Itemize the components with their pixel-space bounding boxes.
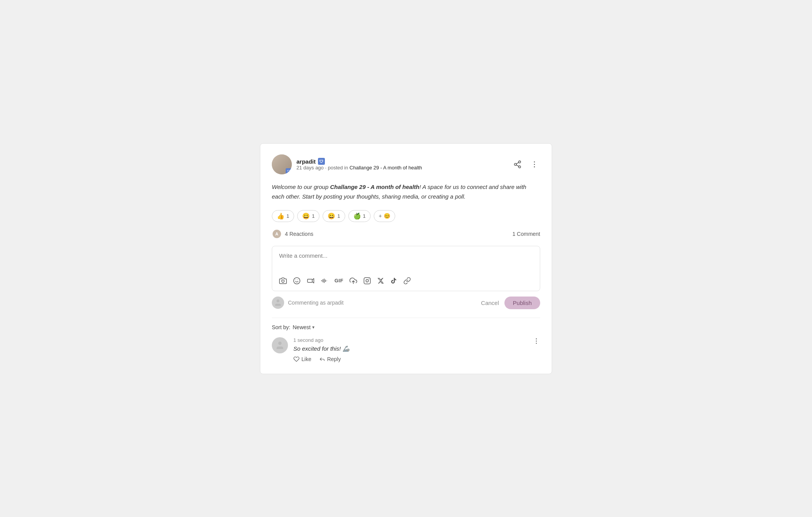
sort-value: Newest	[293, 324, 311, 330]
twitter-button[interactable]	[377, 277, 384, 284]
reactions-summary: A 4 Reactions 1 Comment	[272, 229, 540, 239]
reactions-count: 4 Reactions	[285, 231, 313, 237]
comment-item: 1 second ago So excited for this! 🦾 Like…	[272, 337, 540, 362]
more-vertical-icon	[532, 337, 540, 345]
svg-point-8	[282, 280, 285, 282]
reaction-thumbsup[interactable]: 👍 1	[272, 210, 294, 222]
svg-point-22	[276, 300, 279, 302]
commenting-as: Commenting as arpadit Cancel Publish	[272, 297, 540, 309]
svg-point-7	[534, 166, 535, 167]
svg-point-25	[536, 340, 537, 341]
publish-button[interactable]: Publish	[504, 297, 540, 309]
post-card: 🛡 arpadit 🛡 21 days ago · posted in Chal…	[260, 143, 552, 374]
emoji-button[interactable]	[293, 277, 301, 285]
shield-icon: 🛡	[318, 158, 325, 165]
svg-rect-13	[321, 280, 322, 281]
svg-point-6	[534, 164, 535, 165]
reactions-summary-left: A 4 Reactions	[272, 229, 313, 239]
camera-button[interactable]	[279, 277, 287, 285]
add-reaction-button[interactable]: + 😊	[374, 210, 395, 222]
svg-point-23	[278, 341, 282, 345]
svg-point-20	[366, 279, 369, 282]
commenting-as-label: Commenting as arpadit	[288, 300, 344, 306]
more-options-button[interactable]	[529, 159, 540, 170]
svg-rect-12	[308, 279, 313, 282]
svg-point-21	[369, 278, 369, 279]
commenting-as-actions: Cancel Publish	[481, 297, 540, 309]
post-header-actions	[512, 159, 540, 170]
comment-time: 1 second ago	[293, 337, 540, 343]
comment-more-button[interactable]	[532, 337, 540, 347]
comment-user-icon	[275, 340, 285, 350]
audio-button[interactable]	[321, 277, 328, 285]
comment-actions: Like Reply	[293, 356, 540, 362]
comments-count: 1 Comment	[512, 231, 540, 237]
group-link[interactable]: Challange 29 - A month of health	[349, 165, 422, 171]
like-button[interactable]: Like	[293, 356, 311, 362]
instagram-button[interactable]	[363, 277, 371, 285]
svg-rect-17	[326, 280, 327, 281]
link-button[interactable]	[403, 277, 411, 285]
svg-line-4	[516, 162, 519, 164]
avatar: 🛡	[272, 154, 292, 174]
video-button[interactable]	[307, 277, 314, 285]
svg-rect-14	[323, 279, 323, 282]
user-icon	[274, 298, 282, 307]
gif-button[interactable]: GIF	[334, 278, 343, 283]
reply-button[interactable]: Reply	[319, 356, 341, 362]
svg-point-5	[534, 161, 535, 162]
reactions-avatar: A	[272, 229, 282, 239]
commenting-as-avatar	[272, 297, 284, 309]
commenting-as-left: Commenting as arpadit	[272, 297, 344, 309]
sort-dropdown[interactable]: Newest ▾	[293, 324, 314, 330]
reaction-grin[interactable]: 😄 1	[323, 210, 345, 222]
heart-icon	[293, 356, 300, 362]
svg-line-3	[516, 165, 519, 166]
reaction-apple[interactable]: 🍏 1	[348, 210, 371, 222]
post-meta: arpadit 🛡 21 days ago · posted in Challa…	[296, 158, 422, 171]
upload-button[interactable]	[349, 277, 357, 285]
svg-rect-16	[325, 279, 326, 282]
post-content: Welcome to our group Challange 29 - A mo…	[272, 182, 540, 202]
svg-point-9	[294, 277, 300, 284]
chevron-down-icon: ▾	[312, 325, 314, 330]
svg-point-26	[536, 343, 537, 344]
shield-badge: 🛡	[286, 168, 292, 174]
sort-row: Sort by: Newest ▾	[272, 324, 540, 330]
reactions-row: 👍 1 😀 1 😄 1 🍏 1 + 😊	[272, 210, 540, 222]
tiktok-button[interactable]	[390, 277, 397, 284]
post-header: 🛡 arpadit 🛡 21 days ago · posted in Chal…	[272, 154, 540, 174]
divider	[272, 318, 540, 318]
post-header-left: 🛡 arpadit 🛡 21 days ago · posted in Chal…	[272, 154, 422, 174]
post-user-name: arpadit 🛡	[296, 158, 422, 165]
comment-box: GIF	[272, 246, 540, 291]
svg-rect-19	[364, 277, 371, 284]
comment-body: 1 second ago So excited for this! 🦾 Like…	[293, 337, 540, 362]
svg-rect-15	[324, 278, 324, 283]
comment-text: So excited for this! 🦾	[293, 345, 540, 352]
reaction-smile[interactable]: 😀 1	[297, 210, 319, 222]
post-time: 21 days ago · posted in Challange 29 - A…	[296, 165, 422, 171]
comment-toolbar: GIF	[279, 277, 533, 285]
svg-point-24	[536, 338, 537, 339]
reply-icon	[319, 356, 325, 362]
comment-input[interactable]	[279, 252, 533, 271]
sort-label: Sort by:	[272, 324, 290, 330]
share-button[interactable]	[512, 159, 523, 170]
comment-user-avatar	[272, 337, 288, 353]
cancel-button[interactable]: Cancel	[481, 300, 499, 306]
